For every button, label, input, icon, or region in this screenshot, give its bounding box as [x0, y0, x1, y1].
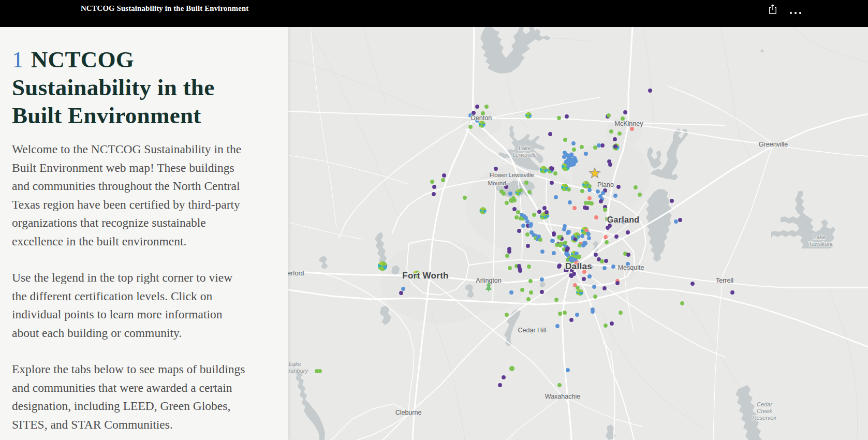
svg-text:Lake: Lake [813, 234, 826, 240]
svg-text:Lake: Lake [289, 361, 301, 367]
svg-text:Tawakoni: Tawakoni [808, 241, 833, 247]
svg-text:Garland: Garland [607, 215, 640, 224]
svg-text:Granbury: Granbury [288, 368, 308, 374]
svg-text:Lake: Lake [519, 145, 531, 151]
svg-text:Dallas: Dallas [565, 261, 592, 271]
svg-text:Fort Worth: Fort Worth [402, 271, 449, 281]
svg-text:Lewisville: Lewisville [508, 172, 534, 178]
svg-text:McKinney: McKinney [615, 120, 644, 127]
svg-text:Flower: Flower [490, 172, 508, 178]
svg-text:Greenville: Greenville [759, 141, 788, 148]
svg-text:Terrell: Terrell [716, 277, 733, 284]
svg-text:Mesquite: Mesquite [618, 264, 644, 271]
svg-text:Plano: Plano [597, 181, 614, 188]
svg-text:Mound: Mound [488, 180, 506, 186]
svg-text:Denton: Denton [471, 114, 492, 122]
svg-text:Cleburne: Cleburne [395, 409, 422, 416]
svg-text:Cedar Hill: Cedar Hill [518, 327, 547, 334]
svg-text:Reservoir: Reservoir [752, 415, 777, 421]
svg-text:Weatherford: Weatherford [288, 270, 304, 277]
svg-text:Creek: Creek [757, 408, 772, 414]
svg-text:Cedar: Cedar [757, 401, 773, 407]
svg-text:Lewisville: Lewisville [512, 152, 537, 158]
svg-text:Waxahachie: Waxahachie [545, 393, 580, 400]
